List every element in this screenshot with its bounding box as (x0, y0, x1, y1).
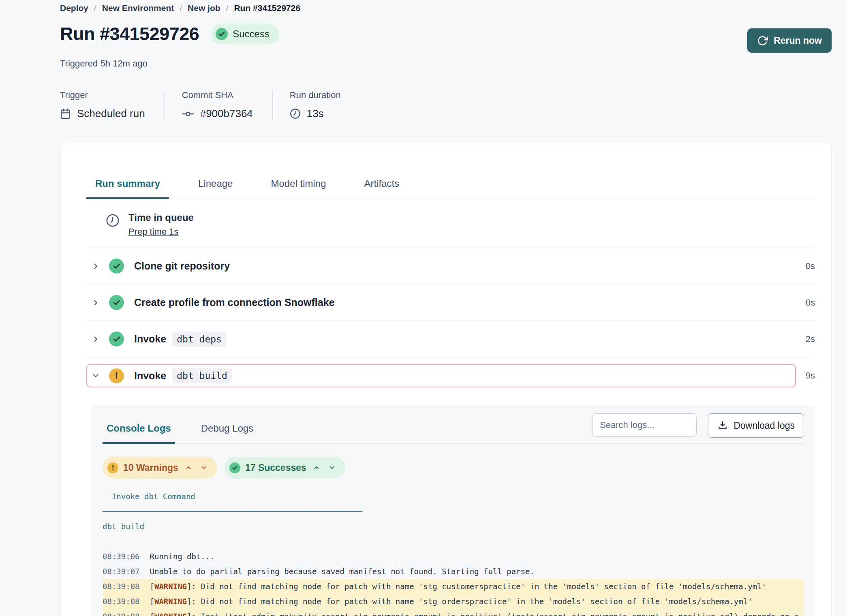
tab-lineage[interactable]: Lineage (189, 178, 242, 199)
breadcrumb-separator: / (180, 3, 182, 13)
warnings-prev-chevron-up-icon[interactable] (183, 462, 194, 473)
status-badge: Success (211, 24, 279, 45)
meta-trigger-value: Scheduled run (77, 107, 145, 120)
breadcrumb-separator: / (226, 3, 229, 13)
step-duration: 0s (806, 297, 815, 308)
step-dbt-build-expanded[interactable]: ! Invoke dbt build (86, 364, 796, 387)
warnings-badge[interactable]: ! 10 Warnings (103, 457, 217, 479)
successes-badge[interactable]: 17 Successes (225, 457, 345, 479)
download-logs-label: Download logs (734, 420, 795, 431)
header: Run #341529726 Success Rerun now (60, 24, 832, 53)
step-success-icon (109, 332, 124, 346)
log-warning-line: 08:39:08[WARNING]: Test 'test.admin_matu… (103, 609, 804, 616)
rerun-now-button[interactable]: Rerun now (747, 28, 832, 53)
rerun-icon (757, 35, 768, 46)
log-warning-line: 08:39:08[WARNING]: Did not find matching… (103, 594, 804, 609)
time-in-queue-title: Time in queue (128, 212, 194, 223)
status-badge-label: Success (233, 28, 270, 40)
search-logs-input[interactable] (592, 413, 697, 437)
tab-model-timing[interactable]: Model timing (262, 178, 335, 199)
log-separator-line: ────────────────────────────────────────… (103, 504, 804, 519)
meta-duration-label: Run duration (290, 90, 341, 101)
tab-run-summary[interactable]: Run summary (86, 178, 169, 199)
log-tabs: Console Logs Debug Logs (103, 419, 257, 443)
success-check-icon (216, 28, 228, 40)
breadcrumb-separator: / (94, 3, 96, 13)
triggered-timestamp: Triggered 5h 12m ago (60, 58, 832, 69)
log-line: dbt build (103, 519, 804, 534)
step-duration: 0s (806, 261, 815, 272)
rerun-button-label: Rerun now (774, 35, 822, 46)
meta-commit-label: Commit SHA (182, 90, 253, 101)
log-filter-badges: ! 10 Warnings 17 Successes (103, 457, 804, 479)
tab-console-logs[interactable]: Console Logs (103, 419, 175, 444)
successes-next-chevron-down-icon[interactable] (327, 462, 337, 473)
warning-icon: ! (107, 462, 118, 473)
step-success-icon (109, 259, 124, 274)
step-row-dbt-deps[interactable]: Invoke dbt deps 2s (86, 321, 815, 357)
chevron-down-icon[interactable] (90, 371, 101, 380)
log-line: 08:39:07Unable to do partial parsing bec… (103, 564, 804, 579)
step-label: Create profile from connection Snowflake (134, 297, 335, 308)
breadcrumb-item-environment[interactable]: New Environment (102, 3, 174, 13)
successes-badge-label: 17 Successes (245, 462, 306, 473)
meta-trigger-label: Trigger (60, 90, 145, 101)
step-duration: 2s (806, 334, 815, 344)
chevron-right-icon[interactable] (90, 298, 101, 307)
step-label: Invoke (134, 370, 166, 382)
breadcrumb-item-run: Run #341529726 (234, 3, 300, 13)
logs-panel: Console Logs Debug Logs Download logs ! (92, 405, 815, 616)
calendar-icon (60, 108, 71, 119)
step-command-chip: dbt build (172, 368, 232, 383)
tab-artifacts[interactable]: Artifacts (355, 178, 409, 199)
meta-commit: Commit SHA #900b7364 (165, 90, 273, 120)
run-detail-page: Deploy / New Environment / New job / Run… (0, 0, 847, 616)
run-tabs: Run summary Lineage Model timing Artifac… (86, 178, 815, 199)
breadcrumb: Deploy / New Environment / New job / Run… (60, 3, 832, 13)
meta-commit-value: #900b7364 (200, 107, 253, 120)
meta-duration-value: 13s (307, 107, 324, 120)
step-row-clone-git[interactable]: Clone git repository 0s (86, 248, 815, 284)
prep-time-link[interactable]: Prep time 1s (128, 227, 179, 237)
tab-debug-logs[interactable]: Debug Logs (197, 419, 257, 444)
success-check-icon (229, 462, 240, 473)
log-line: Invoke dbt Command (103, 489, 804, 504)
logs-header: Console Logs Debug Logs Download logs (103, 413, 804, 444)
step-warning-icon: ! (109, 368, 124, 383)
log-line: 08:39:06Running dbt... (103, 549, 804, 564)
log-warning-line: 08:39:08[WARNING]: Did not find matching… (103, 579, 804, 594)
run-summary-card: Run summary Lineage Model timing Artifac… (61, 143, 832, 616)
console-log-output: Invoke dbt Command ─────────────────────… (103, 489, 804, 616)
step-row-create-profile[interactable]: Create profile from connection Snowflake… (86, 284, 815, 321)
run-meta: Trigger Scheduled run Commit SHA #900b73… (60, 90, 832, 120)
clock-icon (106, 212, 120, 227)
step-row-dbt-build: ! Invoke dbt build 9s (86, 364, 815, 387)
download-icon (717, 420, 728, 431)
chevron-right-icon[interactable] (90, 335, 101, 344)
step-duration: 9s (806, 370, 815, 381)
log-blank-line (103, 534, 804, 549)
meta-duration: Run duration 13s (273, 90, 360, 120)
step-command-chip: dbt deps (172, 332, 227, 347)
step-success-icon (109, 295, 124, 310)
download-logs-button[interactable]: Download logs (708, 413, 804, 438)
logs-actions: Download logs (592, 413, 804, 438)
step-label: Invoke (134, 333, 166, 345)
chevron-right-icon[interactable] (90, 262, 101, 271)
page-title: Run #341529726 (60, 24, 199, 45)
warnings-next-chevron-down-icon[interactable] (199, 462, 209, 473)
clock-icon (290, 108, 301, 119)
warnings-badge-label: 10 Warnings (123, 462, 178, 473)
breadcrumb-item-job[interactable]: New job (188, 3, 220, 13)
time-in-queue: Time in queue Prep time 1s (86, 199, 815, 248)
step-label: Clone git repository (134, 260, 230, 272)
successes-prev-chevron-up-icon[interactable] (311, 462, 322, 473)
meta-trigger: Trigger Scheduled run (60, 90, 165, 120)
git-commit-icon (182, 108, 194, 120)
breadcrumb-item-deploy[interactable]: Deploy (60, 3, 88, 13)
